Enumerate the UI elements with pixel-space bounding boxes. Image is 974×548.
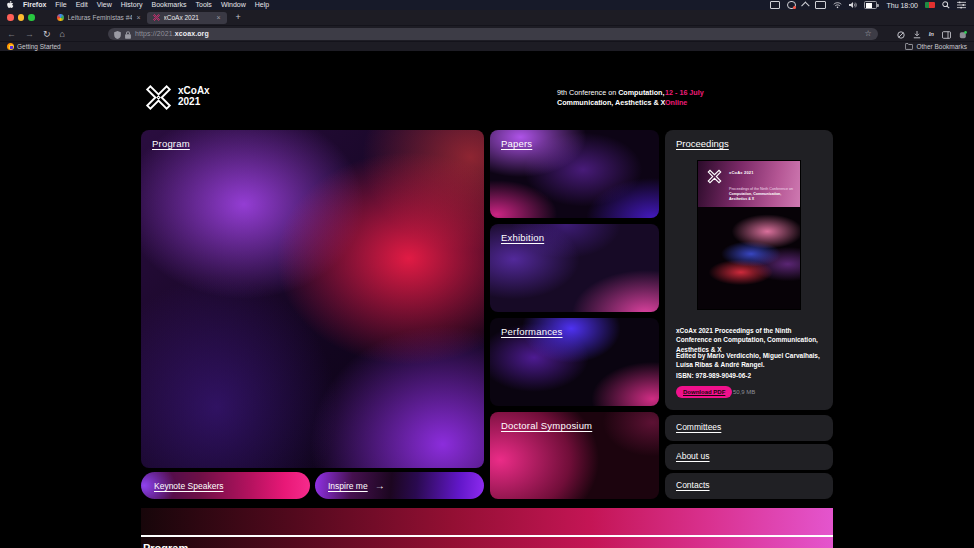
performances-card[interactable]: Performances	[490, 318, 659, 406]
menubar-status-area: Thu 18:00	[770, 1, 966, 10]
menubar-item-bookmarks[interactable]: Bookmarks	[152, 0, 187, 10]
site-title-name: xCoAx	[178, 86, 210, 97]
inspire-me-label: Inspire me	[328, 481, 368, 491]
papers-link[interactable]: Papers	[501, 138, 532, 149]
blocker-icon[interactable]	[897, 25, 905, 43]
bookmarks-bar: Getting Started Other Bookmarks	[0, 41, 974, 51]
sidebar-icon[interactable]	[942, 25, 951, 43]
keynote-speakers-label: Keynote Speakers	[154, 481, 223, 491]
home-icon[interactable]: ⌂	[60, 26, 65, 42]
conference-dates: 12 - 16 July Online	[665, 88, 704, 107]
navbar-extensions: In	[897, 25, 967, 43]
xcoax-logo-icon	[145, 84, 172, 111]
menubar-item-window[interactable]: Window	[221, 0, 246, 10]
xcoax-webpage: xCoAx 2021 9th Conference on Computation…	[0, 51, 974, 548]
contacts-card[interactable]: Contacts	[665, 473, 833, 499]
program-link[interactable]: Program	[152, 138, 190, 149]
shortcut-caret-icon[interactable]	[802, 2, 810, 10]
screen-recording-icon[interactable]	[787, 1, 796, 10]
volume-icon[interactable]	[849, 1, 857, 10]
spotlight-search-icon[interactable]	[942, 1, 950, 10]
menubar-item-tools[interactable]: Tools	[196, 0, 212, 10]
tab-title: Leituras Feministas #4 - Googl	[68, 14, 133, 21]
url-text: https://2021.xcoax.org	[135, 30, 209, 37]
menubar-clock[interactable]: Thu 18:00	[886, 2, 918, 9]
browser-navbar: ← → ↻ ⌂ https://2021.xcoax.org ☆ In	[0, 25, 974, 41]
shield-icon[interactable]	[114, 25, 121, 43]
bookmark-label: Getting Started	[17, 43, 61, 50]
proceedings-isbn: ISBN: 978-989-9049-06-2	[676, 372, 751, 379]
arrow-right-icon: →	[375, 480, 385, 491]
menubar-item-view[interactable]: View	[97, 0, 112, 10]
reload-icon[interactable]: ↻	[43, 26, 51, 42]
exhibition-link[interactable]: Exhibition	[501, 232, 544, 243]
proceedings-editors: Edited by Mario Verdicchio, Miguel Carva…	[676, 351, 825, 370]
back-icon[interactable]: ←	[7, 26, 16, 42]
wifi-icon[interactable]	[833, 1, 842, 10]
program-section-band: Program	[141, 508, 833, 548]
site-title: xCoAx 2021	[178, 86, 210, 107]
folder-icon	[905, 43, 913, 51]
new-tab-button[interactable]: +	[236, 10, 241, 25]
bookmark-getting-started[interactable]: Getting Started	[7, 43, 61, 50]
other-bookmarks-label: Other Bookmarks	[916, 43, 967, 50]
about-us-card[interactable]: About us	[665, 444, 833, 470]
screen-mirroring-icon[interactable]	[770, 1, 780, 9]
download-pdf-button[interactable]: Download PDF	[676, 386, 732, 398]
google-docs-favicon	[57, 14, 64, 21]
control-center-icon[interactable]	[957, 1, 966, 10]
apple-menu-icon[interactable]	[7, 1, 14, 9]
bookmark-star-icon[interactable]: ☆	[864, 29, 871, 38]
online-text: Online	[665, 98, 704, 108]
close-window-button[interactable]	[7, 14, 14, 21]
committees-card[interactable]: Committees	[665, 415, 833, 441]
doctoral-symposium-link[interactable]: Doctoral Symposium	[501, 420, 592, 431]
section-divider-line	[141, 535, 833, 537]
file-size-label: 50,9 MB	[733, 389, 755, 395]
tab-xcoax-2021[interactable]: xCoAx 2021 ×	[147, 12, 227, 24]
tab-close-icon[interactable]: ×	[216, 12, 220, 24]
extension-in-icon[interactable]: In	[929, 31, 934, 37]
menubar-item-help[interactable]: Help	[255, 0, 269, 10]
keynote-speakers-button[interactable]: Keynote Speakers	[141, 472, 310, 499]
keyboard-icon[interactable]	[815, 1, 826, 9]
contacts-link[interactable]: Contacts	[676, 480, 710, 490]
inspire-me-button[interactable]: Inspire me →	[315, 472, 484, 499]
performances-link[interactable]: Performances	[501, 326, 563, 337]
minimize-window-button[interactable]	[18, 14, 25, 21]
menubar-app-name[interactable]: Firefox	[23, 0, 46, 10]
conference-subtitle: 9th Conference on Computation, Communica…	[557, 88, 665, 107]
menubar-item-history[interactable]: History	[121, 0, 143, 10]
extension-icon[interactable]	[959, 25, 967, 43]
screen: Firefox File Edit View History Bookmarks…	[0, 0, 974, 548]
papers-card[interactable]: Papers	[490, 130, 659, 218]
cover-gradient-header: xCoAx 2021 Proceedings of the Ninth Conf…	[698, 161, 800, 207]
site-title-year: 2021	[178, 97, 210, 108]
cover-subtitle: Proceedings of the Ninth Conference on C…	[729, 187, 793, 201]
tab-title: xCoAx 2021	[164, 14, 199, 21]
doctoral-symposium-card[interactable]: Doctoral Symposium	[490, 412, 659, 499]
download-icon[interactable]	[913, 25, 921, 43]
battery-icon[interactable]	[864, 1, 877, 9]
zoom-window-button[interactable]	[28, 14, 35, 21]
committees-link[interactable]: Committees	[676, 422, 721, 432]
tab-leituras-feministas[interactable]: Leituras Feministas #4 - Googl ×	[51, 12, 147, 24]
menubar-item-file[interactable]: File	[55, 0, 66, 10]
cover-xcoax-logo-icon	[707, 169, 722, 184]
exhibition-card[interactable]: Exhibition	[490, 224, 659, 312]
lock-icon[interactable]	[125, 25, 131, 43]
proceedings-link[interactable]: Proceedings	[676, 138, 729, 149]
program-section-title: Program	[143, 542, 188, 548]
about-us-link[interactable]: About us	[676, 451, 710, 461]
proceedings-book-cover[interactable]: xCoAx 2021 Proceedings of the Ninth Conf…	[698, 161, 800, 309]
forward-icon[interactable]: →	[25, 26, 34, 42]
macos-menubar: Firefox File Edit View History Bookmarks…	[0, 0, 974, 10]
url-bar[interactable]: https://2021.xcoax.org ☆	[108, 28, 878, 40]
tab-close-icon[interactable]: ×	[136, 12, 140, 24]
program-card[interactable]: Program	[141, 130, 484, 468]
input-language-flag-icon[interactable]	[925, 2, 935, 8]
menubar-item-edit[interactable]: Edit	[76, 0, 88, 10]
xcoax-favicon	[153, 14, 160, 21]
other-bookmarks[interactable]: Other Bookmarks	[905, 43, 967, 51]
browser-tabbar: Leituras Feministas #4 - Googl × xCoAx 2…	[0, 10, 974, 25]
